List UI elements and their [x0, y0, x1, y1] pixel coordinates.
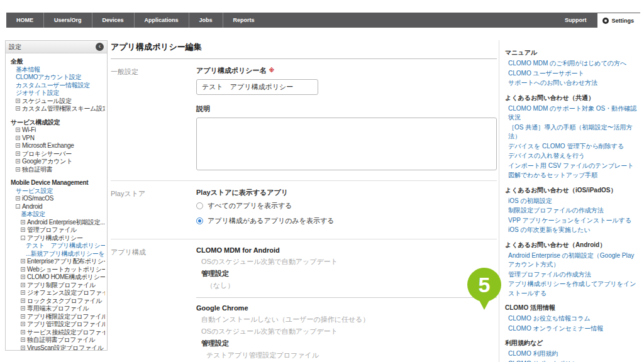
help-link[interactable]: ［OS 共通］導入の手順（初期設定〜活用方法）: [505, 123, 640, 141]
expand-icon[interactable]: +: [21, 267, 25, 272]
nav-item[interactable]: HOME: [6, 13, 43, 28]
expand-icon[interactable]: +: [21, 275, 25, 279]
expand-icon[interactable]: +: [21, 337, 25, 342]
description-textarea[interactable]: [196, 118, 497, 170]
sidebar-item[interactable]: [8, 113, 105, 119]
help-link[interactable]: CLOMO MDM のご利用がはじめての方へ: [505, 59, 640, 69]
sidebar-item[interactable]: -Android: [8, 203, 105, 211]
expand-icon[interactable]: +: [16, 196, 20, 200]
sidebar-item[interactable]: +Android Enterprise初期設定...: [8, 219, 105, 227]
help-link[interactable]: CLOMO お役立ち情報コラム: [505, 314, 640, 324]
expand-icon[interactable]: -: [21, 236, 25, 240]
expand-icon[interactable]: +: [21, 283, 25, 287]
sidebar-item[interactable]: サービス構成設定: [8, 119, 105, 127]
expand-icon[interactable]: +: [16, 151, 20, 156]
help-link[interactable]: iOS の初期設定: [505, 197, 640, 206]
help-link[interactable]: CLOMO MDM のサポート対象 OS・動作確認状況: [505, 104, 640, 123]
sidebar-item[interactable]: +管理プロファイル: [8, 226, 105, 234]
sidebar-item[interactable]: +アプリ権限設定プロファイル: [8, 313, 105, 321]
expand-icon[interactable]: +: [21, 259, 25, 263]
help-link[interactable]: iOS の年次更新を実施したい: [505, 226, 640, 235]
help-link[interactable]: VPP アプリケーションをインストールする: [505, 216, 640, 226]
sidebar-item[interactable]: CLOMOアカウント設定: [8, 74, 105, 82]
policy-name-input[interactable]: [196, 79, 318, 95]
sidebar-item[interactable]: 基本情報: [8, 66, 105, 74]
sidebar-item[interactable]: +サービス接続設定プロファイル: [8, 329, 105, 337]
help-link[interactable]: CLOMO サポートポリシー: [505, 359, 640, 362]
expand-icon[interactable]: +: [21, 228, 25, 232]
sidebar-item[interactable]: +VirusScan設定プロファイル: [8, 344, 105, 351]
nav-item[interactable]: Users/Org: [43, 13, 92, 28]
expand-icon[interactable]: +: [21, 314, 25, 319]
help-link[interactable]: インポート用 CSV ファイルのテンプレート: [505, 162, 640, 171]
sidebar-item[interactable]: +ジオフェンス設定プロファイル: [8, 289, 105, 297]
expand-icon[interactable]: +: [21, 220, 25, 224]
expand-icon[interactable]: -: [16, 204, 20, 209]
sidebar-item[interactable]: Mobile Device Management: [8, 179, 105, 187]
sidebar-item[interactable]: カスタムユーザー情報設定: [8, 82, 105, 90]
sidebar-item[interactable]: +CLOMO HOME構成ポリシー: [8, 273, 105, 282]
help-link[interactable]: デバイスの入れ替えを行う: [505, 151, 640, 161]
sidebar-item[interactable]: +VPN: [8, 134, 105, 143]
sidebar-item[interactable]: +プロキシサーバー: [8, 150, 105, 158]
nav-item[interactable]: Reports: [223, 13, 265, 28]
radio-option[interactable]: すべてのアプリを表示する: [196, 201, 497, 211]
sidebar-item[interactable]: +Enterpriseアプリ配布ポリシー: [8, 258, 105, 266]
sidebar-item[interactable]: +iOS/macOS: [8, 195, 105, 203]
sidebar-item[interactable]: テスト アプリ構成ポリシー: [8, 242, 105, 250]
expand-icon[interactable]: +: [16, 106, 20, 111]
sidebar-tree: 全般 基本情報 CLOMOアカウント設定 カスタムユーザー情報設定 ジオサイト設…: [6, 53, 107, 351]
help-section: マニュアル CLOMO MDM のご利用がはじめての方へ CLOMO ユーザーサ…: [505, 48, 640, 88]
help-link[interactable]: Android Enterprise の初期設定（Google Play アカウ…: [505, 251, 640, 270]
help-link[interactable]: デバイスを CLOMO 管理下から削除する: [505, 142, 640, 151]
expand-icon[interactable]: +: [21, 306, 25, 310]
collapse-sidebar-icon[interactable]: ‹: [96, 43, 104, 51]
expand-icon[interactable]: +: [21, 290, 25, 295]
expand-icon[interactable]: +: [21, 299, 25, 303]
expand-icon[interactable]: +: [16, 159, 20, 163]
help-link[interactable]: 管理プロファイルの作成方法: [505, 270, 640, 280]
sidebar-item[interactable]: +Microsoft Exchange: [8, 142, 105, 150]
sidebar-item-label: CLOMO HOME構成ポリシー: [27, 273, 105, 280]
sidebar-item[interactable]: +カスタム管理権限スキーム設定: [8, 105, 105, 113]
sidebar-item[interactable]: +専用端末プロファイル: [8, 305, 105, 313]
expand-icon[interactable]: +: [16, 167, 20, 172]
help-link[interactable]: 図解でわかるセットアップ手順: [505, 171, 640, 180]
expand-icon[interactable]: +: [16, 128, 20, 132]
help-link[interactable]: サポートへのお問い合わせ方法: [505, 79, 640, 88]
sidebar-item[interactable]: ジオサイト設定: [8, 89, 105, 97]
sidebar-item[interactable]: 全般: [8, 58, 105, 66]
nav-item[interactable]: Devices: [92, 13, 134, 28]
sidebar-item[interactable]: 基本設定: [8, 211, 105, 219]
sidebar-item[interactable]: +アプリ制限プロファイル: [8, 282, 105, 290]
expand-icon[interactable]: +: [21, 330, 25, 334]
nav-item[interactable]: Applications: [134, 13, 189, 28]
sidebar-item[interactable]: [8, 173, 105, 179]
expand-icon[interactable]: +: [21, 322, 25, 326]
nav-item[interactable]: Jobs: [189, 13, 223, 28]
help-link[interactable]: CLOMO ユーザーサポート: [505, 69, 640, 79]
help-link[interactable]: CLOMO 利用規約: [505, 349, 640, 359]
expand-icon[interactable]: +: [21, 346, 25, 350]
help-link[interactable]: CLOMO オンラインセミナー情報: [505, 324, 640, 334]
sidebar-item[interactable]: -アプリ構成ポリシー: [8, 234, 105, 243]
radio-option[interactable]: アプリ構成があるアプリのみを表示する: [196, 216, 497, 226]
sidebar-item[interactable]: +Webショートカットポリシー: [8, 266, 105, 274]
expand-icon[interactable]: +: [16, 99, 20, 103]
help-link[interactable]: 制限設定プロファイルの作成方法: [505, 206, 640, 216]
sidebar-item[interactable]: +アプリ管理設定プロファイル: [8, 321, 105, 329]
nav-support-link[interactable]: Support: [553, 17, 598, 23]
sidebar-item[interactable]: サービス設定: [8, 187, 105, 195]
sidebar-item[interactable]: +Googleアカウント: [8, 158, 105, 166]
sidebar-item[interactable]: +Wi-Fi: [8, 126, 105, 134]
expand-icon[interactable]: +: [16, 136, 20, 140]
sidebar-item[interactable]: +独自証明書プロファイル: [8, 336, 105, 344]
sidebar-item[interactable]: ...新規アプリ構成ポリシーを...: [8, 250, 105, 258]
nav-settings-tab[interactable]: Settings: [597, 13, 640, 30]
sidebar-item[interactable]: +独自証明書: [8, 166, 105, 174]
sidebar-item[interactable]: +スケジュール設定: [8, 97, 105, 106]
top-nav: HOME Users/Org Devices Applications Jobs…: [6, 13, 640, 28]
expand-icon[interactable]: +: [16, 143, 20, 148]
sidebar-item[interactable]: +ロックタスクプロファイル: [8, 297, 105, 305]
help-link[interactable]: アプリ構成ポリシーを作成してアプリをインストールする: [505, 280, 640, 298]
